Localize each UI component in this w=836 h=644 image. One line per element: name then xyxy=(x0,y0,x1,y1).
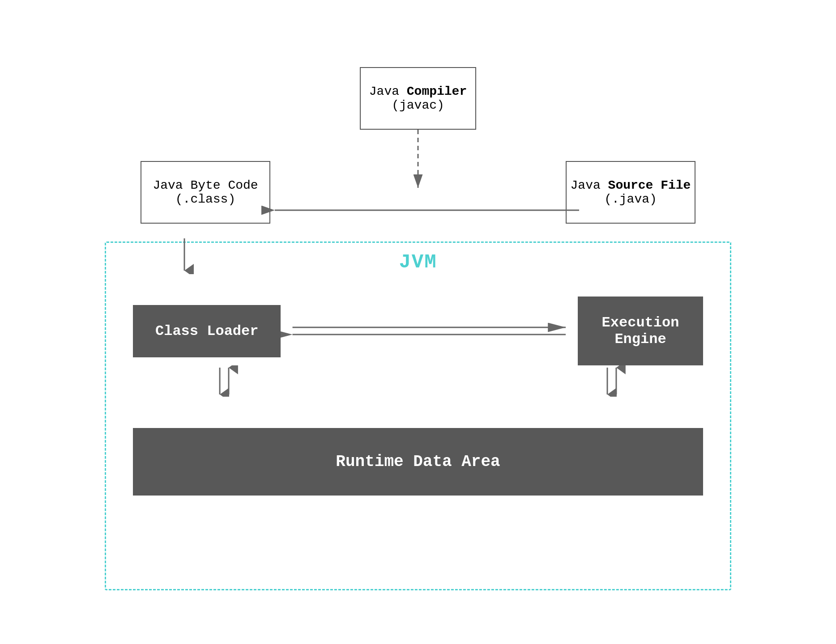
diagram-container: Java Compiler (javac) Java Byte Code (.c… xyxy=(105,54,731,590)
middle-arrows xyxy=(281,318,578,344)
sourcefile-box: Java Source File (.java) xyxy=(566,161,695,224)
top-section: Java Compiler (javac) Java Byte Code (.c… xyxy=(105,54,731,242)
bytecode-text-line2: (.class) xyxy=(153,192,258,206)
class-loader-label: Class Loader xyxy=(155,323,258,339)
vertical-arrows-svg xyxy=(133,365,703,397)
jvm-section: JVM Class Loader xyxy=(105,242,731,590)
runtime-row: Runtime Data Area xyxy=(133,428,703,496)
horiz-arrow-svg xyxy=(281,318,578,344)
bytecode-text-line1: Java Byte Code xyxy=(153,178,258,192)
bytecode-box: Java Byte Code (.class) xyxy=(141,161,270,224)
execution-engine-box: Execution Engine xyxy=(578,297,703,365)
class-loader-box: Class Loader xyxy=(133,305,281,357)
execution-engine-label: Execution Engine xyxy=(600,314,681,347)
compiler-text-normal: Java xyxy=(369,85,407,98)
bytecode-to-jvm-arrow xyxy=(166,238,202,274)
jvm-label: JVM xyxy=(399,251,437,273)
bytecode-label: Java Byte Code (.class) xyxy=(153,178,258,206)
runtime-data-area-box: Runtime Data Area xyxy=(133,428,703,496)
compiler-box: Java Compiler (javac) xyxy=(360,67,476,130)
sourcefile-label: Java Source File (.java) xyxy=(571,178,691,206)
compiler-text-javac: (javac) xyxy=(392,98,444,112)
sourcefile-text-line2: (.java) xyxy=(571,192,691,206)
compiler-text-bold: Compiler xyxy=(407,85,467,98)
runtime-data-area-label: Runtime Data Area xyxy=(336,453,500,471)
middle-row: Class Loader xyxy=(133,297,703,365)
sourcefile-text-line1: Java Source File xyxy=(571,178,691,192)
compiler-label: Java Compiler (javac) xyxy=(369,85,467,112)
